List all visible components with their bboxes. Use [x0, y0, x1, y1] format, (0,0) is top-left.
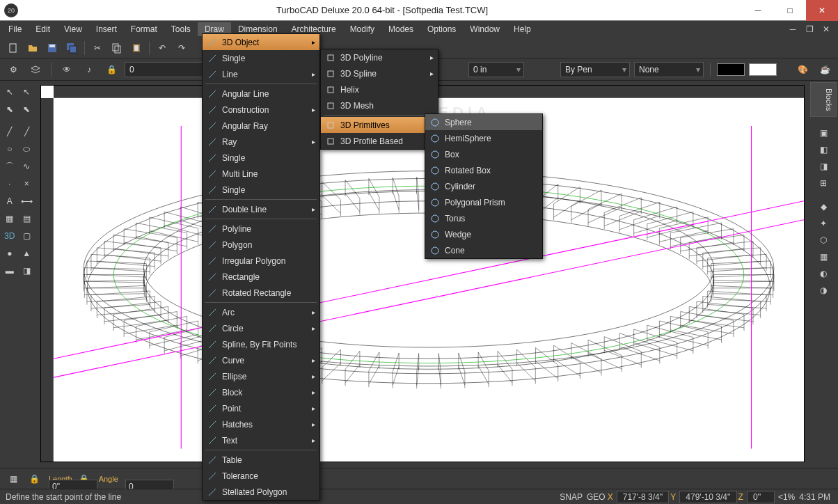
save-button[interactable]	[43, 40, 61, 56]
menu-item-torus[interactable]: Torus	[425, 210, 542, 226]
menu-item-arc[interactable]: Arc▸	[203, 304, 319, 320]
arc-tool[interactable]: ⌒	[1, 158, 18, 175]
menu-item-box[interactable]: Box	[425, 146, 542, 162]
menu-item-3d-primitives[interactable]: 3D Primitives▸	[321, 117, 438, 133]
wall-tool[interactable]: ▬	[1, 262, 18, 279]
menu-item-wedge[interactable]: Wedge	[425, 226, 542, 242]
bg-color-swatch[interactable]	[749, 63, 777, 76]
menu-modes[interactable]: Modes	[381, 22, 420, 36]
style-combo[interactable]: None	[634, 62, 704, 77]
box-tool[interactable]: ▢	[19, 228, 35, 244]
geo-toggle[interactable]: GEO	[587, 492, 606, 502]
menu-item-rotated-box[interactable]: Rotated Box	[425, 162, 542, 178]
palette-btn-9[interactable]: ◐	[816, 267, 830, 281]
menu-item-ray[interactable]: Ray▸	[203, 134, 319, 150]
palette-btn-3[interactable]: ◨	[816, 159, 830, 173]
menu-item-single[interactable]: Single	[203, 150, 319, 166]
cut-button[interactable]: ✂	[88, 40, 106, 56]
menu-item-cylinder[interactable]: Cylinder	[425, 178, 542, 194]
pen-combo[interactable]: By Pen	[560, 62, 630, 77]
menu-item-helix[interactable]: Helix	[321, 81, 438, 97]
paste-button[interactable]	[127, 40, 145, 56]
x-coord[interactable]: 717'-8 3/4''	[617, 491, 670, 503]
menu-item-multi-line[interactable]: Multi Line	[203, 166, 319, 182]
menu-item-angular-ray[interactable]: Angular Ray	[203, 118, 319, 134]
3d-tool[interactable]: 3D	[1, 228, 18, 244]
snap-toggle[interactable]: SNAP	[560, 492, 583, 502]
menu-item-rotated-rectangle[interactable]: Rotated Rectangle	[203, 285, 319, 301]
ellipse-tool[interactable]: ⬭	[19, 141, 35, 157]
menu-file[interactable]: File	[1, 22, 29, 36]
select-tool[interactable]: ↖	[1, 84, 18, 100]
palette-btn-6[interactable]: ✦	[816, 216, 830, 230]
menu-edit[interactable]: Edit	[29, 22, 57, 36]
save-all-button[interactable]	[63, 40, 81, 56]
menu-item-single[interactable]: Single	[203, 50, 319, 66]
palette-btn-7[interactable]: ⬡	[816, 233, 830, 247]
circle-tool[interactable]: ○	[1, 141, 18, 157]
menu-modify[interactable]: Modify	[343, 22, 381, 36]
select-tool-2[interactable]: ↖	[19, 84, 35, 100]
palette-button[interactable]: 🎨	[793, 61, 812, 78]
inspector-grid-icon[interactable]: ▦	[4, 471, 22, 487]
layers-icon[interactable]	[26, 61, 45, 78]
open-file-button[interactable]	[24, 40, 42, 56]
menu-item-sphere[interactable]: Sphere	[425, 114, 542, 130]
menu-item-hatches[interactable]: Hatches▸	[203, 416, 319, 432]
palette-btn-2[interactable]: ◧	[816, 143, 830, 157]
dimension-tool[interactable]: ⟷	[19, 193, 35, 210]
menu-tools[interactable]: Tools	[164, 22, 198, 36]
menu-item-spline-by-fit-points[interactable]: Spline, By Fit Points	[203, 336, 319, 352]
palette-btn-5[interactable]: ◆	[816, 200, 830, 214]
audio-icon[interactable]: ♪	[80, 61, 98, 78]
menu-item-3d-object[interactable]: 3D Object▸	[203, 34, 319, 50]
y-coord[interactable]: 479'-10 3/4''	[679, 491, 736, 503]
palette-btn-4[interactable]: ⊞	[816, 176, 830, 190]
menu-window[interactable]: Window	[463, 22, 507, 36]
menu-format[interactable]: Format	[124, 22, 164, 36]
menu-item-block[interactable]: Block▸	[203, 384, 319, 400]
sphere-tool[interactable]: ●	[1, 245, 18, 262]
menu-item-3d-polyline[interactable]: 3D Polyline▸	[321, 49, 438, 65]
menu-item-rectangle[interactable]: Rectangle	[203, 269, 319, 285]
menu-item-hemisphere[interactable]: HemiSphere	[425, 130, 542, 146]
mdi-minimize-icon[interactable]: ─	[786, 24, 799, 35]
mdi-restore-icon[interactable]: ❐	[803, 24, 816, 35]
menu-item-line[interactable]: Line▸	[203, 66, 319, 82]
menu-item-cone[interactable]: Cone	[425, 242, 542, 258]
undo-button[interactable]: ↶	[153, 40, 171, 56]
line-tool-2[interactable]: ╱	[19, 123, 35, 140]
door-tool[interactable]: ◨	[19, 262, 35, 279]
menu-help[interactable]: Help	[507, 22, 538, 36]
hatch-tool[interactable]: ▦	[1, 210, 18, 227]
fg-color-swatch[interactable]	[717, 63, 745, 76]
menu-item-table[interactable]: Table	[203, 452, 319, 468]
copy-button[interactable]	[108, 40, 126, 56]
close-button[interactable]: ✕	[806, 0, 838, 21]
coffee-icon[interactable]: ☕	[816, 61, 834, 78]
menu-item-point[interactable]: Point▸	[203, 400, 319, 416]
menu-item-text[interactable]: Text▸	[203, 432, 319, 448]
line-tool[interactable]: ╱	[1, 123, 18, 140]
menu-item-3d-mesh[interactable]: 3D Mesh	[321, 97, 438, 113]
menu-view[interactable]: View	[57, 22, 89, 36]
menu-item-tolerance[interactable]: Tolerance	[203, 468, 319, 484]
visibility-icon[interactable]: 👁	[58, 61, 76, 78]
redo-button[interactable]: ↷	[173, 40, 191, 56]
menu-item-stellated-polygon[interactable]: Stellated Polygon	[203, 484, 319, 500]
menu-item-angular-line[interactable]: Angular Line	[203, 86, 319, 102]
menu-item-curve[interactable]: Curve▸	[203, 352, 319, 368]
menu-item-irregular-polygon[interactable]: Irregular Polygon	[203, 253, 319, 269]
minimize-button[interactable]: ─	[742, 0, 774, 21]
menu-item-polygon[interactable]: Polygon	[203, 237, 319, 253]
palette-btn-1[interactable]: ▣	[816, 126, 830, 140]
menu-item-3d-spline[interactable]: 3D Spline▸	[321, 65, 438, 81]
pick-tool[interactable]: ⬉	[1, 101, 18, 118]
menu-item-3d-profile-based[interactable]: 3D Profile Based▸	[321, 133, 438, 149]
menu-item-polygonal-prism[interactable]: Polygonal Prism	[425, 194, 542, 210]
palette-btn-8[interactable]: ▦	[816, 250, 830, 264]
menu-item-polyline[interactable]: Polyline	[203, 221, 319, 237]
cone-tool[interactable]: ▲	[19, 245, 35, 262]
menu-item-double-line[interactable]: Double Line▸	[203, 201, 319, 217]
maximize-button[interactable]: □	[774, 0, 806, 21]
